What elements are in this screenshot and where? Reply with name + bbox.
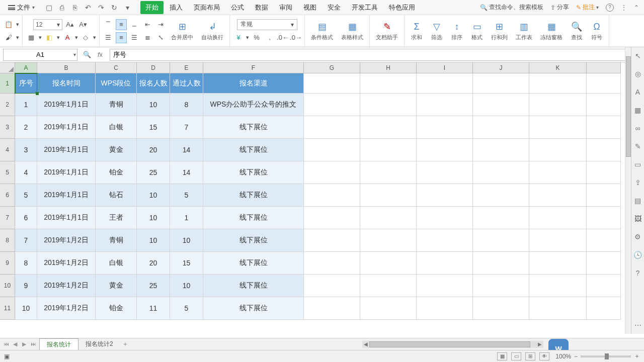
data-cell[interactable]: 白银 bbox=[96, 116, 137, 139]
data-cell[interactable]: 线下展位 bbox=[203, 229, 304, 252]
history-tool-icon[interactable]: 🕓 bbox=[633, 250, 642, 259]
table-style-button[interactable]: ▦表格样式 bbox=[338, 19, 366, 43]
data-cell[interactable]: 10 bbox=[170, 229, 203, 252]
format-painter-icon[interactable]: 🖌 bbox=[3, 32, 14, 43]
save-icon[interactable]: ▢ bbox=[45, 4, 53, 12]
data-cell[interactable]: 线下展位 bbox=[203, 116, 304, 139]
increase-decimal-icon[interactable]: .0← bbox=[277, 32, 288, 43]
data-cell[interactable] bbox=[360, 161, 417, 184]
symbol-button[interactable]: Ω符号 bbox=[588, 19, 606, 43]
data-cell[interactable] bbox=[304, 207, 360, 229]
data-cell[interactable]: 线下展位 bbox=[203, 139, 304, 161]
clear-format-icon[interactable]: ◇ bbox=[80, 32, 91, 43]
last-sheet-icon[interactable]: ⏭ bbox=[29, 341, 37, 347]
column-headers[interactable]: ABCDEFGHIJK bbox=[15, 62, 621, 73]
normal-view-icon[interactable]: ▦ bbox=[497, 352, 507, 360]
data-cell[interactable]: 10 bbox=[170, 275, 203, 297]
data-cell[interactable]: 青铜 bbox=[96, 94, 137, 116]
data-cell[interactable] bbox=[529, 252, 587, 275]
sheet-tab[interactable]: 报名统计2 bbox=[78, 338, 120, 350]
help-tool-icon[interactable]: ? bbox=[633, 268, 642, 278]
data-cell[interactable] bbox=[587, 161, 621, 184]
data-cell[interactable]: 10 bbox=[137, 94, 170, 116]
data-cell[interactable]: 5 bbox=[15, 184, 37, 207]
ribbon-tab-1[interactable]: 插入 bbox=[165, 1, 188, 14]
data-cell[interactable]: 15 bbox=[137, 116, 170, 139]
data-cell[interactable]: 2019年1月1日 bbox=[37, 116, 96, 139]
data-cell[interactable]: 10 bbox=[137, 229, 170, 252]
print-preview-icon[interactable]: ⎙ bbox=[58, 4, 66, 12]
fill-color-icon[interactable]: ◧ bbox=[44, 32, 55, 43]
font-tool-icon[interactable]: A bbox=[633, 87, 642, 97]
chevron-down-icon[interactable]: ▾ bbox=[73, 52, 76, 57]
file-menu[interactable]: 文件 ▾ bbox=[5, 2, 38, 13]
print-icon[interactable]: ⎘ bbox=[71, 4, 79, 12]
header-cell[interactable] bbox=[473, 73, 529, 94]
data-cell[interactable] bbox=[529, 184, 587, 207]
data-cell[interactable] bbox=[473, 94, 529, 116]
data-cell[interactable]: 2019年1月2日 bbox=[37, 252, 96, 275]
undo-icon[interactable]: ↶ bbox=[84, 4, 92, 12]
data-cell[interactable] bbox=[360, 229, 417, 252]
data-cell[interactable] bbox=[360, 207, 417, 229]
data-cell[interactable]: 8 bbox=[15, 252, 37, 275]
data-cell[interactable] bbox=[304, 229, 360, 252]
header-cell[interactable]: 报名时间 bbox=[37, 73, 96, 94]
find-button[interactable]: 🔍查找 bbox=[568, 19, 586, 43]
ribbon-tab-2[interactable]: 页面布局 bbox=[189, 1, 225, 14]
row-header[interactable]: 11 bbox=[0, 297, 15, 320]
data-cell[interactable] bbox=[587, 116, 621, 139]
data-cell[interactable] bbox=[360, 139, 417, 161]
data-cell[interactable] bbox=[529, 161, 587, 184]
data-cell[interactable]: 2019年1月1日 bbox=[37, 94, 96, 116]
data-cell[interactable]: 王者 bbox=[96, 207, 137, 229]
data-cell[interactable] bbox=[587, 252, 621, 275]
header-cell[interactable]: 报名人数 bbox=[137, 73, 170, 94]
zoom-level[interactable]: 100% bbox=[555, 353, 571, 360]
col-header[interactable]: A bbox=[15, 62, 37, 73]
col-header[interactable]: H bbox=[360, 62, 417, 73]
data-cell[interactable]: 线下展位 bbox=[203, 161, 304, 184]
decrease-font-icon[interactable]: A▾ bbox=[77, 19, 89, 30]
col-header[interactable]: G bbox=[304, 62, 360, 73]
cells-area[interactable]: 序号报名时间WPS段位报名人数通过人数报名渠道12019年1月1日青铜108WP… bbox=[15, 73, 621, 320]
data-cell[interactable] bbox=[473, 275, 529, 297]
zoom-in-icon[interactable]: ＋ bbox=[634, 352, 640, 360]
data-cell[interactable]: 10 bbox=[137, 184, 170, 207]
font-color-icon[interactable]: A bbox=[62, 32, 73, 43]
data-cell[interactable] bbox=[587, 94, 621, 116]
fx-icon[interactable]: fx bbox=[96, 51, 105, 58]
currency-icon[interactable]: ¥ bbox=[233, 32, 244, 43]
scroll-thumb[interactable] bbox=[626, 56, 631, 157]
data-cell[interactable] bbox=[587, 275, 621, 297]
data-cell[interactable] bbox=[473, 184, 529, 207]
data-cell[interactable]: 4 bbox=[15, 161, 37, 184]
note-tool-icon[interactable]: ✎ bbox=[633, 142, 642, 151]
data-cell[interactable] bbox=[304, 252, 360, 275]
data-cell[interactable] bbox=[304, 297, 360, 320]
horizontal-scrollbar[interactable]: ◀▶ bbox=[362, 341, 543, 348]
col-header[interactable]: B bbox=[37, 62, 96, 73]
share-tool-icon[interactable]: ⇪ bbox=[633, 178, 642, 187]
orientation-icon[interactable]: ⤡ bbox=[155, 32, 166, 43]
reading-view-icon[interactable]: 👁 bbox=[539, 352, 549, 360]
data-cell[interactable]: 2 bbox=[15, 116, 37, 139]
data-cell[interactable] bbox=[360, 252, 417, 275]
col-header[interactable]: J bbox=[473, 62, 529, 73]
data-cell[interactable] bbox=[417, 275, 473, 297]
data-cell[interactable] bbox=[360, 116, 417, 139]
data-cell[interactable]: 11 bbox=[137, 297, 170, 320]
search-commands[interactable]: 🔍 查找命令、搜索模板 bbox=[480, 3, 543, 12]
freeze-panes-button[interactable]: ▦冻结窗格 bbox=[537, 19, 566, 43]
align-justify-icon[interactable]: ≣ bbox=[142, 32, 153, 43]
data-cell[interactable] bbox=[529, 207, 587, 229]
data-cell[interactable]: 线下展位 bbox=[203, 184, 304, 207]
page-break-view-icon[interactable]: ⊞ bbox=[525, 352, 535, 360]
select-all-corner[interactable] bbox=[0, 62, 15, 73]
table-tool-icon[interactable]: ▦ bbox=[633, 106, 642, 115]
data-cell[interactable] bbox=[587, 184, 621, 207]
col-header[interactable]: F bbox=[203, 62, 304, 73]
row-header[interactable]: 10 bbox=[0, 275, 15, 297]
border-icon[interactable]: ▦ bbox=[26, 32, 37, 43]
help-icon[interactable]: ? bbox=[606, 4, 614, 12]
